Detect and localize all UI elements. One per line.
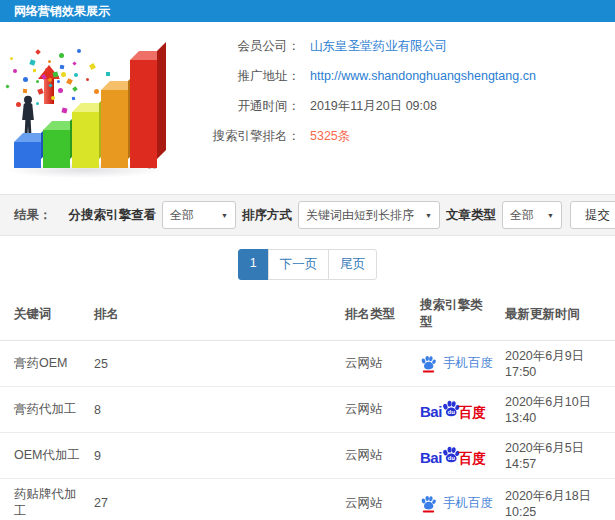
baidu-logo-bai: Bai bbox=[420, 450, 442, 465]
keyword-cell: 药贴牌代加工 bbox=[0, 479, 88, 520]
confetti-dot bbox=[52, 71, 58, 77]
sort-select[interactable]: 关键词由短到长排序 ▼ bbox=[298, 201, 440, 229]
confetti-dot bbox=[105, 72, 109, 76]
last-page-button[interactable]: 尾页 bbox=[328, 249, 377, 280]
chevron-down-icon: ▼ bbox=[425, 212, 432, 219]
article-type-label: 文章类型 bbox=[446, 207, 496, 224]
results-table: 关键词 排名 排名类型 搜索引擎类型 最新更新时间 膏药OEM25云网站 手机百… bbox=[0, 289, 615, 520]
confetti-dot bbox=[89, 63, 96, 70]
col-rank: 排名 bbox=[88, 289, 339, 341]
confetti-dot bbox=[72, 62, 76, 66]
ranking-count-label: 搜索引擎排名： bbox=[196, 128, 300, 145]
illustration-bar bbox=[72, 112, 99, 168]
open-time-value: 2019年11月20日 09:08 bbox=[310, 98, 437, 115]
bar-chart-illustration bbox=[0, 26, 196, 192]
results-table-body: 膏药OEM25云网站 手机百度 2020年6月9日 17:50膏药代加工8云网站… bbox=[0, 341, 615, 520]
promo-url-label: 推广地址： bbox=[196, 68, 300, 85]
svg-text:du: du bbox=[447, 455, 455, 461]
confetti-dot bbox=[86, 78, 89, 81]
illustration-bar bbox=[130, 60, 157, 168]
confetti-dot bbox=[29, 59, 35, 65]
mobile-baidu-badge: 手机百度 bbox=[420, 354, 493, 373]
rank-link[interactable]: 8 bbox=[88, 387, 339, 433]
confetti-dot bbox=[94, 89, 99, 94]
open-time-row: 开通时间： 2019年11月20日 09:08 bbox=[196, 98, 615, 115]
keyword-cell: 膏药代加工 bbox=[0, 387, 88, 433]
confetti-dot bbox=[62, 107, 68, 113]
member-company-label: 会员公司： bbox=[196, 38, 300, 55]
rank-type-cell: 云网站 bbox=[339, 341, 414, 387]
confetti-dot bbox=[33, 69, 36, 72]
sort-value: 关键词由短到长排序 bbox=[306, 207, 414, 224]
member-company-row: 会员公司： 山东皇圣堂药业有限公司 bbox=[196, 38, 615, 55]
confetti-dot bbox=[23, 77, 28, 82]
rank-type-cell: 云网站 bbox=[339, 433, 414, 479]
ranking-count-row: 搜索引擎排名： 5325 条 bbox=[196, 128, 615, 145]
illustration-bar bbox=[43, 130, 70, 168]
illustration-bar bbox=[14, 142, 41, 168]
keyword-cell: 膏药OEM bbox=[0, 341, 88, 387]
member-company-link[interactable]: 山东皇圣堂药业有限公司 bbox=[310, 38, 448, 55]
baidu-paw-icon: du bbox=[441, 399, 461, 420]
baidu-paw-icon bbox=[420, 354, 437, 373]
engine-filter-label: 分搜索引擎查看 bbox=[69, 207, 157, 224]
baidu-logo-bai: Bai bbox=[420, 404, 442, 419]
chevron-down-icon: ▼ bbox=[547, 212, 554, 219]
table-row: 膏药OEM25云网站 手机百度 2020年6月9日 17:50 bbox=[0, 341, 615, 387]
ranking-count-value: 5325 bbox=[310, 129, 338, 143]
rank-link[interactable]: 27 bbox=[88, 479, 339, 520]
col-updated: 最新更新时间 bbox=[499, 289, 615, 341]
chevron-down-icon: ▼ bbox=[221, 212, 228, 219]
col-keyword: 关键词 bbox=[0, 289, 88, 341]
article-type-value: 全部 bbox=[510, 207, 534, 224]
mobile-baidu-label: 手机百度 bbox=[443, 495, 493, 512]
filter-bar: 结果： 分搜索引擎查看 全部 ▼ 排序方式 关键词由短到长排序 ▼ 文章类型 全… bbox=[0, 194, 615, 236]
confetti-dot bbox=[72, 86, 78, 92]
confetti-dot bbox=[61, 72, 66, 77]
info-section: 会员公司： 山东皇圣堂药业有限公司 推广地址： http://www.shand… bbox=[0, 22, 615, 192]
confetti-dot bbox=[36, 102, 39, 105]
engine-cell: 手机百度 bbox=[414, 479, 499, 520]
confetti-dot bbox=[13, 69, 17, 73]
article-type-select[interactable]: 全部 ▼ bbox=[502, 201, 562, 229]
confetti-dot bbox=[35, 49, 41, 55]
sort-label: 排序方式 bbox=[242, 207, 292, 224]
confetti-dot bbox=[48, 60, 51, 63]
mobile-baidu-label: 手机百度 bbox=[443, 355, 493, 372]
pagination: 1 下一页 尾页 bbox=[0, 249, 615, 280]
result-label: 结果： bbox=[14, 207, 52, 224]
baidu-logo-cn: 百度 bbox=[459, 452, 486, 466]
engine-filter-select[interactable]: 全部 ▼ bbox=[162, 201, 236, 229]
updated-cell: 2020年6月10日 13:40 bbox=[499, 387, 615, 433]
engine-cell: 手机百度 bbox=[414, 341, 499, 387]
ranking-count-unit: 条 bbox=[338, 128, 351, 145]
col-rank-type: 排名类型 bbox=[339, 289, 414, 341]
rank-link[interactable]: 25 bbox=[88, 341, 339, 387]
engine-filter-value: 全部 bbox=[170, 207, 194, 224]
mobile-baidu-badge: 手机百度 bbox=[420, 494, 493, 513]
confetti-dot bbox=[23, 89, 27, 93]
updated-cell: 2020年6月18日 10:25 bbox=[499, 479, 615, 520]
filter-controls: 分搜索引擎查看 全部 ▼ 排序方式 关键词由短到长排序 ▼ 文章类型 全部 ▼ … bbox=[69, 201, 615, 229]
baidu-logo: Bai du 百度 bbox=[420, 445, 493, 466]
baidu-paw-icon bbox=[420, 494, 437, 513]
rank-link[interactable]: 9 bbox=[88, 433, 339, 479]
baidu-paw-icon: du bbox=[441, 445, 461, 466]
page-title: 网络营销效果展示 bbox=[0, 0, 615, 22]
promo-url-row: 推广地址： http://www.shandonghuangshengtang.… bbox=[196, 68, 615, 85]
submit-button[interactable]: 提交 bbox=[570, 201, 615, 229]
confetti-dot bbox=[74, 73, 78, 77]
table-row: 膏药代加工8云网站 Bai du 百度 2020年6月10日 13:40 bbox=[0, 387, 615, 433]
promo-url-link[interactable]: http://www.shandonghuangshengtang.cn bbox=[310, 69, 536, 83]
next-page-button[interactable]: 下一页 bbox=[268, 249, 330, 280]
baidu-logo-cn: 百度 bbox=[459, 406, 486, 420]
table-header-row: 关键词 排名 排名类型 搜索引擎类型 最新更新时间 bbox=[0, 289, 615, 341]
page-1-button[interactable]: 1 bbox=[238, 249, 269, 280]
updated-cell: 2020年6月9日 17:50 bbox=[499, 341, 615, 387]
confetti-dot bbox=[5, 84, 9, 88]
confetti-dot bbox=[77, 49, 81, 53]
rank-type-cell: 云网站 bbox=[339, 479, 414, 520]
engine-cell: Bai du 百度 bbox=[414, 387, 499, 433]
illustration-bar bbox=[101, 90, 128, 168]
baidu-logo: Bai du 百度 bbox=[420, 399, 493, 420]
